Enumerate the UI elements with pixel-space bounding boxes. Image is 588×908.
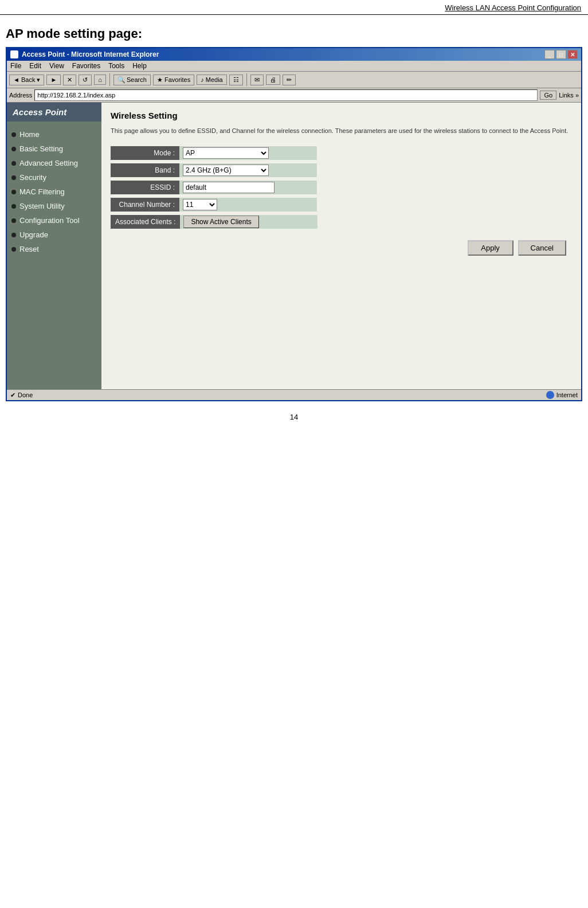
bullet-system xyxy=(11,204,16,209)
address-label: Address xyxy=(9,92,32,99)
essid-label: ESSID : xyxy=(111,181,179,194)
bullet-mac xyxy=(11,190,16,194)
clients-control: Show Active Clients xyxy=(180,215,317,229)
refresh-button[interactable]: ↺ xyxy=(79,75,92,85)
page-footer: 14 xyxy=(0,401,588,427)
menu-edit[interactable]: Edit xyxy=(28,62,42,70)
sidebar-item-mac-filtering[interactable]: MAC Filtering xyxy=(7,185,101,199)
separator-2 xyxy=(246,73,247,86)
stop-button[interactable]: ✕ xyxy=(63,75,76,85)
sidebar-item-upgrade[interactable]: Upgrade xyxy=(7,228,101,242)
titlebar-left: Access Point - Microsoft Internet Explor… xyxy=(10,50,159,58)
sidebar-item-security[interactable]: Security xyxy=(7,170,101,185)
bullet-home xyxy=(11,132,16,137)
window-title: Access Point - Microsoft Internet Explor… xyxy=(22,50,159,58)
internet-icon xyxy=(546,391,554,399)
ie-icon xyxy=(10,50,18,58)
channel-label: Channel Number : xyxy=(111,198,179,212)
status-icon-done: ✔ xyxy=(10,392,15,399)
essid-control xyxy=(179,181,317,194)
sidebar-item-reset[interactable]: Reset xyxy=(7,242,101,256)
mail-button[interactable]: ✉ xyxy=(250,75,264,85)
bullet-upgrade xyxy=(11,233,16,237)
bullet-basic xyxy=(11,147,16,151)
menu-file[interactable]: File xyxy=(9,62,22,70)
band-row: Band : 2.4 GHz (B+G) xyxy=(111,163,572,177)
page-header: Wireless LAN Access Point Configuration xyxy=(0,0,588,15)
edit-button[interactable]: ✏ xyxy=(283,75,296,85)
sidebar-item-basic-setting[interactable]: Basic Setting xyxy=(7,142,101,156)
browser-statusbar: ✔ Done Internet xyxy=(7,389,581,400)
channel-control: 11 xyxy=(179,198,317,212)
mode-row: Mode : AP xyxy=(111,146,572,160)
status-left: ✔ Done xyxy=(10,391,33,399)
status-internet-text: Internet xyxy=(556,392,578,398)
sidebar-nav: Home Basic Setting Advanced Setting Secu… xyxy=(7,124,101,260)
status-right: Internet xyxy=(546,391,578,399)
show-active-clients-button[interactable]: Show Active Clients xyxy=(183,216,258,228)
band-control: 2.4 GHz (B+G) xyxy=(179,163,317,177)
browser-content: Access Point Home Basic Setting Advanced… xyxy=(7,103,581,389)
cancel-button[interactable]: Cancel xyxy=(518,240,566,256)
maximize-button[interactable]: □ xyxy=(556,50,566,59)
home-button[interactable]: ⌂ xyxy=(94,75,106,85)
print-button[interactable]: 🖨 xyxy=(266,75,280,85)
main-panel: Wireless Setting This page allows you to… xyxy=(101,103,581,389)
mode-select[interactable]: AP xyxy=(183,147,269,159)
menu-tools[interactable]: Tools xyxy=(107,62,126,70)
apply-button[interactable]: Apply xyxy=(468,240,513,256)
menu-favorites[interactable]: Favorites xyxy=(71,62,101,70)
address-input[interactable] xyxy=(34,89,538,101)
status-done-text: Done xyxy=(18,392,33,398)
favorites-button[interactable]: ★ Favorites xyxy=(153,75,194,85)
action-buttons: Apply Cancel xyxy=(111,240,572,256)
essid-row: ESSID : xyxy=(111,181,572,194)
sidebar-item-system-utility[interactable]: System Utility xyxy=(7,199,101,213)
page-title: AP mode setting page: xyxy=(0,21,588,47)
browser-menubar: File Edit View Favorites Tools Help xyxy=(7,61,581,72)
mode-label: Mode : xyxy=(111,146,179,160)
search-button[interactable]: 🔍 Search xyxy=(113,75,151,85)
essid-input[interactable] xyxy=(183,182,275,193)
mode-control: AP xyxy=(179,146,317,160)
menu-view[interactable]: View xyxy=(48,62,65,70)
section-description: This page allows you to define ESSID, an… xyxy=(111,126,572,136)
media-button[interactable]: ♪ Media xyxy=(197,75,227,85)
window-controls: _ □ ✕ xyxy=(544,50,578,59)
channel-select[interactable]: 11 xyxy=(183,199,217,210)
links-label: Links » xyxy=(559,92,579,99)
bullet-reset xyxy=(11,247,16,252)
sidebar: Access Point Home Basic Setting Advanced… xyxy=(7,103,101,389)
browser-addressbar: Address Go Links » xyxy=(7,88,581,103)
menu-help[interactable]: Help xyxy=(131,62,148,70)
sidebar-header: Access Point xyxy=(7,103,101,122)
browser-toolbar: ◄ Back ▾ ► ✕ ↺ ⌂ 🔍 Search ★ Favorites ♪ … xyxy=(7,72,581,88)
section-title: Wireless Setting xyxy=(111,111,572,120)
channel-row: Channel Number : 11 xyxy=(111,198,572,212)
bullet-advanced xyxy=(11,161,16,166)
go-button[interactable]: Go xyxy=(540,91,556,100)
separator-1 xyxy=(109,73,110,86)
band-label: Band : xyxy=(111,163,179,177)
minimize-button[interactable]: _ xyxy=(544,50,555,59)
sidebar-item-config-tool[interactable]: Configuration Tool xyxy=(7,213,101,228)
forward-button[interactable]: ► xyxy=(46,75,61,85)
sidebar-item-advanced-setting[interactable]: Advanced Setting xyxy=(7,156,101,170)
history-button[interactable]: ☷ xyxy=(229,75,243,85)
sidebar-item-home[interactable]: Home xyxy=(7,127,101,142)
clients-label: Associated Clients : xyxy=(111,215,180,229)
close-button[interactable]: ✕ xyxy=(567,50,578,59)
clients-row: Associated Clients : Show Active Clients xyxy=(111,215,572,229)
bullet-config xyxy=(11,218,16,223)
back-button[interactable]: ◄ Back ▾ xyxy=(9,75,44,85)
band-select[interactable]: 2.4 GHz (B+G) xyxy=(183,165,269,176)
browser-window: Access Point - Microsoft Internet Explor… xyxy=(6,47,582,401)
bullet-security xyxy=(11,175,16,180)
browser-titlebar: Access Point - Microsoft Internet Explor… xyxy=(7,48,581,61)
